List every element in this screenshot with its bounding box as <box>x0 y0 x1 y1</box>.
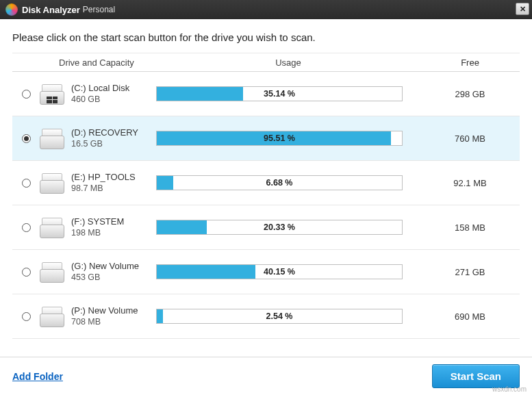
column-header-free: Free <box>420 58 520 68</box>
drive-name: (C:) Local Disk <box>71 82 129 94</box>
drive-name: (F:) SYSTEM <box>71 216 124 228</box>
drive-capacity: 98.7 MB <box>71 183 136 194</box>
content-area: Please click on the start scan button fo… <box>0 19 532 357</box>
drive-name: (P:) New Volume <box>71 305 138 317</box>
start-scan-button[interactable]: Start Scan <box>432 364 520 388</box>
drive-radio[interactable] <box>22 179 31 188</box>
usage-bar: 6.68 % <box>156 175 403 190</box>
app-title: Disk Analyzer <box>22 5 80 15</box>
instruction-text: Please click on the start scan button fo… <box>12 31 520 43</box>
column-header-usage: Usage <box>156 58 420 68</box>
titlebar: Disk Analyzer Personal ✕ <box>0 0 532 19</box>
drive-radio[interactable] <box>22 268 31 277</box>
drive-row[interactable]: (P:) New Volume708 MB2.54 %690 MB <box>12 294 520 339</box>
drive-name: (E:) HP_TOOLS <box>71 171 136 183</box>
usage-bar: 20.33 % <box>156 220 403 235</box>
drive-icon <box>40 83 64 105</box>
drive-capacity: 453 GB <box>71 272 139 283</box>
usage-label: 95.51 % <box>157 131 402 145</box>
drive-capacity: 16.5 GB <box>71 138 138 150</box>
drive-text: (E:) HP_TOOLS98.7 MB <box>71 171 136 194</box>
app-edition: Personal <box>83 5 115 14</box>
drive-capacity: 460 GB <box>71 94 129 105</box>
drive-icon <box>40 305 64 327</box>
add-folder-link[interactable]: Add Folder <box>12 371 63 382</box>
drive-free: 760 MB <box>420 133 520 144</box>
drive-name: (D:) RECOVERY <box>71 127 138 139</box>
close-button[interactable]: ✕ <box>516 3 529 15</box>
drive-free: 271 GB <box>420 267 520 277</box>
usage-label: 35.14 % <box>157 87 402 101</box>
drive-row[interactable]: (F:) SYSTEM198 MB20.33 %158 MB <box>12 205 520 250</box>
drive-text: (D:) RECOVERY16.5 GB <box>71 127 138 150</box>
app-logo-icon <box>5 3 18 16</box>
drive-radio[interactable] <box>22 223 31 232</box>
drive-icon <box>40 127 64 149</box>
usage-label: 2.54 % <box>157 309 402 323</box>
usage-bar: 2.54 % <box>156 309 403 324</box>
drive-icon <box>40 216 64 238</box>
drive-list: (C:) Local Disk460 GB35.14 %298 GB(D:) R… <box>12 72 520 357</box>
column-header-row: Drive and Capacity Usage Free <box>12 53 520 72</box>
usage-label: 20.33 % <box>157 220 402 234</box>
usage-bar: 95.51 % <box>156 131 403 146</box>
column-header-drive: Drive and Capacity <box>40 58 156 68</box>
drive-radio[interactable] <box>22 312 31 321</box>
drive-capacity: 708 MB <box>71 316 138 328</box>
drive-row[interactable]: (G:) New Volume453 GB40.15 %271 GB <box>12 250 520 294</box>
drive-text: (P:) New Volume708 MB <box>71 305 138 328</box>
drive-free: 298 GB <box>420 89 520 99</box>
usage-bar: 35.14 % <box>156 86 403 101</box>
footer: Add Folder Start Scan <box>0 357 532 395</box>
drive-text: (G:) New Volume453 GB <box>71 260 139 283</box>
drive-capacity: 198 MB <box>71 227 124 239</box>
drive-radio[interactable] <box>22 134 31 143</box>
drive-radio[interactable] <box>22 90 31 99</box>
drive-name: (G:) New Volume <box>71 260 139 272</box>
drive-icon <box>40 261 64 283</box>
drive-free: 158 MB <box>420 222 520 233</box>
drive-row[interactable]: (C:) Local Disk460 GB35.14 %298 GB <box>12 72 520 116</box>
drive-text: (F:) SYSTEM198 MB <box>71 216 124 239</box>
watermark: wsxdn.com <box>492 385 527 393</box>
usage-label: 6.68 % <box>157 176 402 190</box>
drive-icon <box>40 172 64 194</box>
drive-text: (C:) Local Disk460 GB <box>71 82 129 105</box>
drive-free: 690 MB <box>420 311 520 322</box>
drive-free: 92.1 MB <box>420 178 520 188</box>
drive-row[interactable]: (D:) RECOVERY16.5 GB95.51 %760 MB <box>12 116 520 161</box>
usage-bar: 40.15 % <box>156 264 403 279</box>
usage-label: 40.15 % <box>157 265 402 279</box>
drive-row[interactable]: (E:) HP_TOOLS98.7 MB6.68 %92.1 MB <box>12 161 520 205</box>
